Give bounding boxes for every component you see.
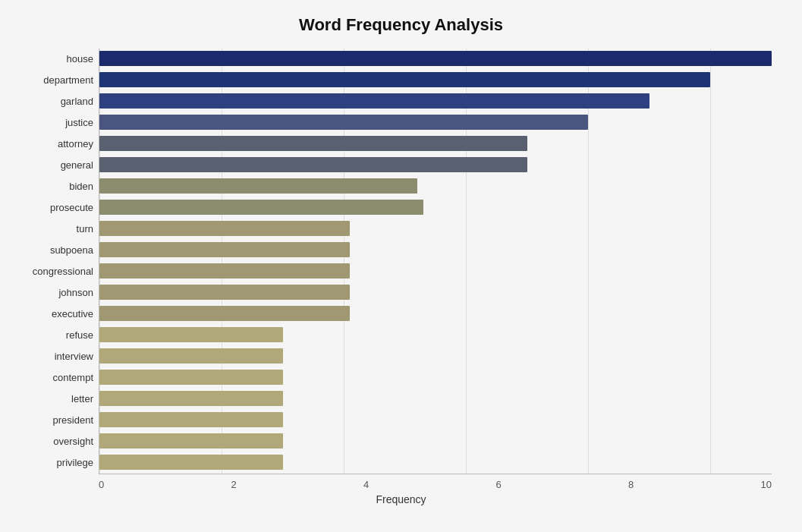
bar-row: contempt (99, 367, 772, 387)
bar (99, 136, 527, 151)
bar-row: turn (99, 219, 772, 238)
bar-label: department (5, 74, 93, 86)
bar (99, 72, 710, 87)
bar-label: interview (5, 351, 93, 362)
bar-row: interview (99, 346, 772, 366)
bar (99, 51, 772, 66)
bar-row: prosecute (99, 197, 772, 217)
bar (99, 221, 350, 236)
bar-row: president (99, 410, 772, 430)
x-axis: 0246810 (99, 479, 772, 490)
bar-label: privilege (5, 457, 93, 468)
bar-label: justice (5, 117, 93, 128)
bar (99, 285, 350, 300)
chart-container: Word Frequency Analysis housedepartmentg… (0, 0, 802, 532)
bar-label: contempt (5, 372, 93, 383)
bars-section: housedepartmentgarlandjusticeattorneygen… (99, 49, 772, 474)
bar (99, 263, 350, 279)
bar-row: house (99, 49, 772, 68)
bar-row: congressional (99, 261, 772, 281)
bar-label: oversight (5, 436, 93, 447)
bar-row: johnson (99, 282, 772, 302)
bar-row: letter (99, 389, 772, 408)
bar-row: privilege (99, 452, 772, 472)
bar (99, 93, 649, 109)
bar-label: congressional (5, 266, 93, 277)
bar-label: refuse (5, 329, 93, 341)
bar-label: prosecute (5, 202, 93, 213)
bar-row: department (99, 70, 772, 90)
bar-row: subpoena (99, 240, 772, 260)
x-tick-label: 8 (628, 479, 634, 490)
bar-label: executive (5, 308, 93, 320)
x-tick-label: 4 (363, 479, 369, 490)
bar-label: president (5, 414, 93, 426)
bar-label: house (5, 53, 93, 65)
bar-label: subpoena (5, 244, 93, 256)
bar (99, 327, 283, 342)
bar (99, 157, 527, 172)
bar (99, 115, 588, 130)
bar-label: johnson (5, 287, 93, 298)
bar-label: general (5, 159, 93, 171)
bar-row: attorney (99, 134, 772, 153)
bar (99, 391, 283, 406)
bar-row: general (99, 155, 772, 175)
bar (99, 348, 283, 364)
x-tick-label: 2 (231, 479, 237, 490)
bar (99, 412, 283, 427)
bar (99, 455, 283, 470)
bar-row: refuse (99, 325, 772, 345)
chart-title: Word Frequency Analysis (30, 15, 772, 35)
bar (99, 306, 350, 321)
x-tick-label: 0 (99, 479, 104, 490)
bar-label: turn (5, 223, 93, 235)
bar-label: garland (5, 96, 93, 107)
bar-label: letter (5, 393, 93, 405)
x-axis-title: Frequency (30, 493, 772, 505)
x-tick-label: 6 (496, 479, 502, 490)
bar-label: attorney (5, 138, 93, 150)
bar-row: justice (99, 112, 772, 132)
bar-label: biden (5, 181, 93, 192)
bar (99, 370, 283, 385)
bar-row: executive (99, 304, 772, 323)
chart-area: housedepartmentgarlandjusticeattorneygen… (99, 49, 772, 489)
bar-row: oversight (99, 431, 772, 451)
bar (99, 178, 417, 194)
bar-row: garland (99, 91, 772, 111)
x-tick-label: 10 (761, 479, 772, 490)
bar (99, 200, 423, 215)
bar-row: biden (99, 176, 772, 196)
bar (99, 242, 350, 257)
bar (99, 433, 283, 449)
